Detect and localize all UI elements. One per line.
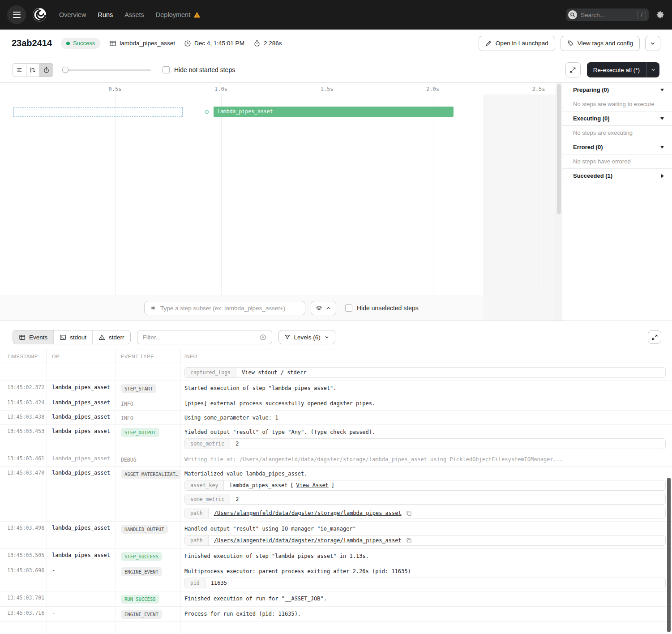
log-row[interactable]: 13:45:02.372lambda_pipes_assetSTEP_START… bbox=[0, 381, 672, 396]
tab-stderr[interactable]: stderr bbox=[92, 330, 130, 344]
log-info: captured_logsView stdout / stderr bbox=[181, 363, 672, 381]
log-row[interactable]: captured_logsView stdout / stderr bbox=[0, 363, 672, 381]
view-mode-waterfall-button[interactable] bbox=[26, 63, 40, 77]
gantt-gridline bbox=[327, 94, 327, 295]
step-subset-input[interactable]: Type a step subset (ex: lambda_pipes_ass… bbox=[144, 301, 305, 315]
log-event-type: INFO bbox=[116, 396, 181, 410]
log-event-type bbox=[116, 363, 181, 381]
log-row[interactable]: 13:45:03.696-ENGINE_EVENTMultiprocess ex… bbox=[0, 564, 672, 591]
log-row[interactable]: 13:45:03.453lambda_pipes_assetSTEP_OUTPU… bbox=[0, 425, 672, 452]
search-input[interactable]: Search... / bbox=[566, 9, 649, 21]
run-header-more-button[interactable] bbox=[645, 36, 660, 51]
gantt-chart: 0.5s1.0s1.5s2.0s2.5s lambda_pipes_asset … bbox=[0, 83, 562, 321]
step-subset-apply-button[interactable] bbox=[311, 301, 336, 315]
reexecute-all-button[interactable]: Re-execute all (*) bbox=[587, 62, 646, 77]
view-tags-config-button[interactable]: View tags and config bbox=[561, 36, 640, 51]
log-filter-input[interactable]: Filter... bbox=[137, 330, 272, 344]
hamburger-menu-button[interactable] bbox=[7, 5, 26, 24]
sidebar-section-title: Preparing (0) bbox=[573, 86, 609, 93]
event-tag-value: 11635 bbox=[205, 578, 665, 588]
log-row[interactable]: 13:45:03.498lambda_pipes_assetHANDLED_OU… bbox=[0, 522, 672, 549]
warning-outline-icon bbox=[98, 334, 105, 341]
hide-unselected-toggle[interactable]: Hide unselected steps bbox=[345, 304, 419, 312]
clear-filter-icon[interactable] bbox=[260, 334, 266, 341]
run-asset-chip[interactable]: lambda_pipes_asset bbox=[109, 40, 175, 47]
event-tag-value: lambda_pipes_asset[View Asset] bbox=[224, 480, 665, 490]
view-mode-timed-button[interactable] bbox=[39, 63, 53, 77]
event-tag-value-text[interactable]: /Users/alangenfeld/data/dagster/storage/… bbox=[214, 510, 402, 516]
log-row[interactable]: 13:45:03.424lambda_pipes_assetINFO[pipes… bbox=[0, 396, 672, 411]
event-type-badge: STEP_OUTPUT bbox=[121, 428, 159, 437]
log-timestamp: 13:45:03.701 bbox=[0, 591, 47, 606]
log-info: [pipes] external process successfully op… bbox=[181, 396, 672, 410]
view-mode-flat-button[interactable] bbox=[13, 63, 26, 77]
log-info-text: Started execution of step "lambda_pipes_… bbox=[184, 384, 666, 391]
copy-icon[interactable] bbox=[406, 538, 412, 544]
log-row[interactable]: 13:45:03.716-ENGINE_EVENTProcess for run… bbox=[0, 607, 672, 622]
stopwatch-mode-icon bbox=[43, 67, 50, 73]
reexecute-dropdown-button[interactable] bbox=[646, 62, 659, 77]
sidebar-section-succeeded[interactable]: Succeeded (1) bbox=[562, 169, 672, 183]
gantt-tick-label: 2.5s bbox=[532, 86, 545, 92]
gear-icon[interactable] bbox=[656, 10, 665, 19]
log-info: Multiprocess executor: parent process ex… bbox=[181, 564, 672, 591]
zoom-slider-knob[interactable] bbox=[62, 67, 68, 73]
sidebar-section-title: Errored (0) bbox=[573, 144, 603, 150]
hide-not-started-checkbox[interactable] bbox=[163, 66, 170, 73]
gantt-scrollbar[interactable] bbox=[556, 83, 562, 321]
log-timestamp: 13:45:03.453 bbox=[0, 425, 47, 452]
copy-icon[interactable] bbox=[406, 510, 412, 516]
tag-icon bbox=[567, 40, 574, 47]
run-header: 23ab2414 Success lambda_pipes_asset Dec … bbox=[0, 30, 672, 57]
view-asset-link[interactable]: View Asset bbox=[296, 482, 329, 488]
tab-events[interactable]: Events bbox=[13, 330, 53, 344]
nav-item-assets[interactable]: Assets bbox=[124, 11, 144, 18]
open-in-launchpad-button[interactable]: Open in Launchpad bbox=[479, 36, 555, 51]
hide-unselected-checkbox[interactable] bbox=[345, 304, 352, 312]
tab-stdout[interactable]: stdout bbox=[53, 330, 92, 344]
log-op: - bbox=[47, 591, 116, 606]
event-tag-value-text: lambda_pipes_asset bbox=[229, 482, 287, 488]
log-timestamp: 13:45:03.716 bbox=[0, 607, 47, 621]
log-row[interactable]: 13:45:03.438lambda_pipes_assetINFOUsing … bbox=[0, 411, 672, 425]
sidebar-section-preparing[interactable]: Preparing (0) bbox=[562, 83, 672, 97]
log-row[interactable]: 13:45:03.701-RUN_SUCCESSFinished executi… bbox=[0, 591, 672, 607]
run-duration-label: 2.286s bbox=[264, 40, 282, 47]
gantt-step-bar[interactable]: lambda_pipes_asset bbox=[214, 107, 454, 117]
gantt-fullscreen-button[interactable] bbox=[565, 62, 581, 77]
event-tag: path/Users/alangenfeld/data/dagster/stor… bbox=[184, 535, 666, 546]
log-timestamp: 13:45:03.461 bbox=[0, 452, 47, 466]
log-op: lambda_pipes_asset bbox=[47, 549, 116, 564]
gantt-scrollbar-thumb[interactable] bbox=[557, 84, 561, 214]
event-tag: pid11635 bbox=[184, 578, 666, 588]
caret-down-icon bbox=[660, 89, 664, 91]
log-op: lambda_pipes_asset bbox=[47, 425, 116, 452]
hide-not-started-toggle[interactable]: Hide not started steps bbox=[163, 66, 235, 73]
nav-item-deployment[interactable]: Deployment bbox=[156, 11, 201, 18]
logs-fullscreen-button[interactable] bbox=[648, 330, 661, 344]
event-tag-value: 2 bbox=[230, 494, 665, 504]
log-row[interactable]: 13:45:03.470lambda_pipes_assetASSET_MATE… bbox=[0, 467, 672, 522]
log-row[interactable]: 13:45:03.505lambda_pipes_assetSTEP_SUCCE… bbox=[0, 549, 672, 564]
levels-filter-button[interactable]: Levels (6) bbox=[278, 330, 335, 344]
nav-item-runs[interactable]: Runs bbox=[98, 11, 113, 18]
col-info: INFO bbox=[181, 350, 672, 363]
gantt-view-mode-group bbox=[13, 63, 53, 77]
gantt-after-run-shade bbox=[483, 94, 556, 321]
nav-item-overview[interactable]: Overview bbox=[59, 11, 86, 18]
gantt-gridline bbox=[115, 94, 116, 295]
step-status-sidebar: Preparing (0)No steps are waiting to exe… bbox=[562, 83, 672, 321]
log-op: - bbox=[47, 564, 116, 591]
sidebar-section-errored[interactable]: Errored (0) bbox=[562, 140, 672, 154]
logs-scrollbar-thumb[interactable] bbox=[667, 478, 671, 632]
event-type-label: INFO bbox=[121, 414, 133, 421]
event-tag-value-text[interactable]: /Users/alangenfeld/data/dagster/storage/… bbox=[214, 537, 402, 544]
sidebar-section-title: Executing (0) bbox=[573, 115, 610, 122]
event-tag-key: pid bbox=[185, 578, 205, 588]
sidebar-section-executing[interactable]: Executing (0) bbox=[562, 111, 672, 126]
hide-unselected-label: Hide unselected steps bbox=[357, 304, 419, 312]
log-info: Started execution of step "lambda_pipes_… bbox=[181, 381, 672, 396]
event-tag-value-text: 2 bbox=[235, 496, 239, 502]
log-row[interactable]: 13:45:03.461lambda_pipes_assetDEBUGWriti… bbox=[0, 452, 672, 467]
gantt-zoom-slider[interactable] bbox=[62, 67, 151, 73]
